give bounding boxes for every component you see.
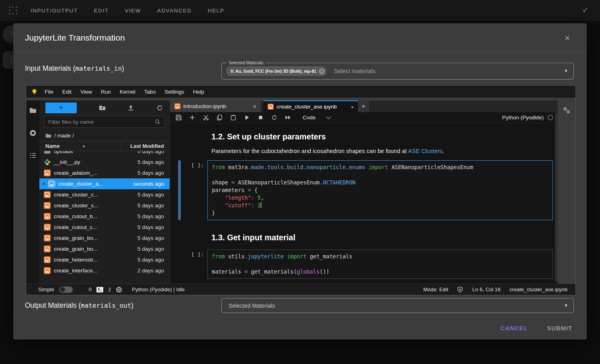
jmenu-edit[interactable]: Edit bbox=[58, 89, 76, 95]
file-browser-tab-icon[interactable] bbox=[29, 107, 37, 114]
jmenu-help[interactable]: Help bbox=[188, 89, 209, 95]
run-icon[interactable] bbox=[244, 115, 250, 121]
jmenu-tabs[interactable]: Tabs bbox=[140, 89, 160, 95]
copy-icon[interactable] bbox=[217, 115, 223, 121]
jmenu-kernel[interactable]: Kernel bbox=[115, 89, 140, 95]
cell-prompt: [ ]: bbox=[181, 160, 207, 220]
menu-input-output[interactable]: INPUT/OUTPUT bbox=[31, 8, 78, 14]
tab-create-cluster-ase[interactable]: create_cluster_ase.ipynb ● bbox=[263, 100, 358, 112]
jupyter-statusbar: Simple 0 $_ 2 Python (Pyodide) | Idle Mo… bbox=[26, 284, 575, 295]
column-name[interactable]: Name▲ bbox=[39, 141, 121, 151]
jmenu-run[interactable]: Run bbox=[96, 89, 115, 95]
check-icon: ✓ bbox=[582, 5, 589, 15]
file-modified: 5 days ago bbox=[127, 170, 164, 176]
close-icon[interactable]: × bbox=[565, 33, 570, 43]
table-of-contents-tab-icon[interactable] bbox=[29, 152, 37, 159]
save-icon[interactable] bbox=[176, 115, 182, 121]
file-row[interactable]: ● __init__.py 5 days ago bbox=[39, 157, 170, 168]
terminal-icon[interactable]: $_ bbox=[96, 287, 103, 292]
chevron-down-icon[interactable]: ▼ bbox=[564, 68, 568, 73]
input-materials-select[interactable]: Selected Materials 0: Au, Gold, FCC (Fm-… bbox=[221, 63, 574, 80]
submit-button[interactable]: SUBMIT bbox=[547, 325, 572, 331]
code-cell[interactable]: [ ]: from utils.jupyterlite import get_m… bbox=[178, 249, 553, 279]
folder-icon bbox=[45, 133, 51, 139]
file-row[interactable]: ● create_cluster_s... 5 days ago bbox=[39, 200, 170, 211]
file-list: ● uploads 5 days ago bbox=[39, 151, 170, 284]
menu-view[interactable]: VIEW bbox=[125, 8, 141, 14]
file-row[interactable]: ● create_cutout_c... 5 days ago bbox=[39, 222, 170, 233]
restart-run-all-icon[interactable] bbox=[285, 115, 291, 121]
kernel-chip-icon[interactable] bbox=[116, 286, 122, 293]
code-editor[interactable]: from mat3ra.made.tools.build.nanoparticl… bbox=[207, 160, 553, 220]
file-filter-box bbox=[44, 116, 165, 128]
kernel-name[interactable]: Python (Pyodide) bbox=[502, 115, 544, 121]
restart-kernel-icon[interactable] bbox=[271, 115, 277, 121]
code-editor[interactable]: from utils.jupyterlite import get_materi… bbox=[207, 249, 553, 279]
notebook-file-icon bbox=[44, 245, 51, 252]
file-row[interactable]: ● create_grain_bo... 5 days ago bbox=[39, 233, 170, 243]
file-row[interactable]: ● create_heterostr... 5 days ago bbox=[39, 254, 170, 265]
running-kernels-tab-icon[interactable] bbox=[29, 129, 37, 137]
lightbulb-icon[interactable] bbox=[31, 88, 38, 95]
cell-collapser[interactable] bbox=[178, 160, 181, 220]
jmenu-file[interactable]: File bbox=[40, 89, 58, 95]
jmenu-view[interactable]: View bbox=[76, 89, 96, 95]
menu-advanced[interactable]: ADVANCED bbox=[157, 8, 192, 14]
notebook-file-icon bbox=[48, 180, 55, 187]
simple-mode-label: Simple bbox=[38, 286, 54, 292]
new-folder-icon[interactable] bbox=[99, 104, 106, 111]
file-row[interactable]: ● create_adatom_... 5 days ago bbox=[39, 168, 170, 178]
file-row[interactable]: ● create_cluster_a... seconds ago bbox=[39, 178, 170, 189]
markdown-heading: 1.2. Set up cluster parameters bbox=[211, 132, 553, 141]
trust-shield-icon[interactable] bbox=[457, 286, 463, 293]
cursor-position[interactable]: Ln 6, Col 16 bbox=[472, 286, 500, 292]
notebook-file-icon bbox=[44, 213, 51, 220]
file-row[interactable]: ● create_grain_bo... 5 days ago bbox=[39, 243, 170, 254]
notebook-scrollbar[interactable] bbox=[555, 112, 558, 282]
breadcrumb[interactable]: / made / bbox=[39, 130, 170, 141]
menu-help[interactable]: HELP bbox=[208, 8, 224, 14]
add-tab-button[interactable]: + bbox=[358, 100, 369, 112]
selected-materials-floating-label: Selected Materials bbox=[227, 60, 265, 65]
column-last-modified[interactable]: Last Modified bbox=[121, 141, 170, 151]
tab-introduction[interactable]: Introduction.ipynb × bbox=[170, 100, 261, 112]
notebook-toolbar: Code Python (Pyodide) bbox=[170, 112, 575, 123]
menu-edit[interactable]: EDIT bbox=[94, 8, 109, 14]
tab-close-icon[interactable]: × bbox=[253, 103, 256, 110]
file-modified: 5 days ago bbox=[127, 257, 164, 263]
ase-clusters-link[interactable]: ASE Clusters bbox=[408, 148, 442, 154]
chip-delete-icon[interactable]: × bbox=[319, 68, 325, 74]
page: INPUT/OUTPUTEDITVIEWADVANCEDHELP ✓ ⋮ ⋮ J… bbox=[0, 0, 600, 364]
notebook-file-icon bbox=[268, 104, 274, 110]
add-cell-icon[interactable] bbox=[189, 115, 195, 121]
gears-settings-icon[interactable] bbox=[562, 106, 571, 115]
unsaved-dot-icon: ● bbox=[351, 104, 354, 109]
code-cell[interactable]: [ ]: from mat3ra.made.tools.build.nanopa… bbox=[178, 160, 553, 220]
cell-collapser[interactable] bbox=[178, 249, 181, 279]
kernel-status-text[interactable]: Python (Pyodide) | Idle bbox=[132, 286, 184, 292]
markdown-heading: 1.3. Get input material bbox=[211, 233, 553, 242]
refresh-icon[interactable] bbox=[156, 104, 163, 111]
file-row[interactable]: ● create_cluster_c... 5 days ago bbox=[39, 189, 170, 200]
cancel-button[interactable]: CANCEL bbox=[501, 325, 528, 331]
upload-icon[interactable] bbox=[127, 104, 134, 111]
notebook-file-icon bbox=[44, 267, 51, 274]
file-row[interactable]: ● uploads 5 days ago bbox=[39, 151, 170, 157]
file-name: create_cutout_c... bbox=[54, 224, 127, 230]
chevron-down-icon[interactable]: ▼ bbox=[564, 303, 568, 308]
output-materials-select[interactable]: Selected Materials ▼ bbox=[221, 298, 574, 313]
stop-icon[interactable] bbox=[258, 115, 264, 121]
jmenu-settings[interactable]: Settings bbox=[160, 89, 188, 95]
paste-icon[interactable] bbox=[230, 115, 236, 121]
file-name: create_interface... bbox=[54, 268, 127, 274]
kernel-status-icon bbox=[548, 115, 553, 120]
file-row[interactable]: ● create_cutout_b... 5 days ago bbox=[39, 211, 170, 222]
cut-icon[interactable] bbox=[203, 115, 209, 121]
file-filter-input[interactable] bbox=[48, 119, 155, 125]
new-launcher-button[interactable]: + bbox=[45, 102, 77, 113]
select-materials-placeholder: Select materials bbox=[334, 68, 375, 74]
file-row[interactable]: ● create_interface... 2 days ago bbox=[39, 265, 170, 276]
simple-mode-toggle[interactable] bbox=[59, 286, 73, 293]
cell-type-dropdown[interactable]: Code bbox=[303, 115, 330, 121]
material-chip[interactable]: 0: Au, Gold, FCC (Fm-3m) 3D (Bulk), mp-8… bbox=[226, 66, 327, 76]
